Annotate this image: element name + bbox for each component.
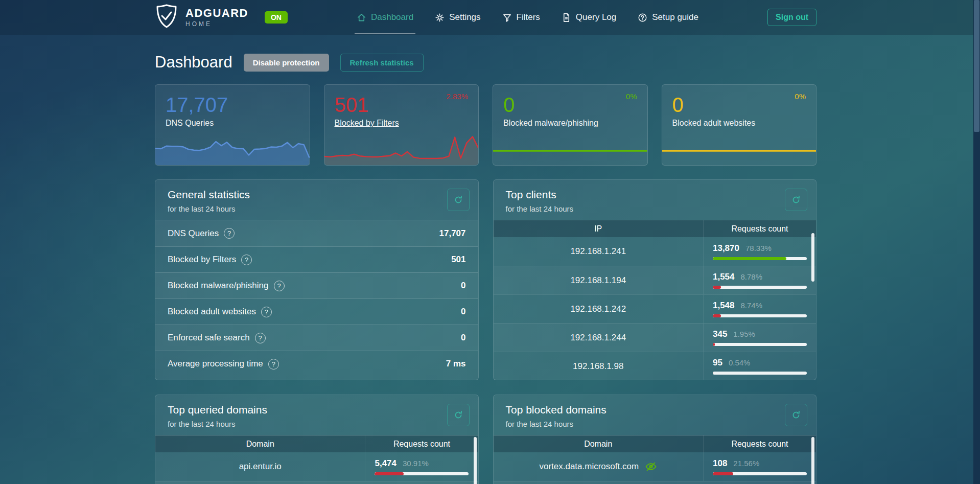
refresh-statistics-button[interactable]: Refresh statistics — [340, 54, 424, 72]
tracking-protection-eye-off-icon[interactable] — [645, 460, 657, 473]
table-row[interactable]: 192.168.1.2443451.95% — [494, 323, 816, 352]
top-blocked-domains-panel: Top blocked domains for the last 24 hour… — [493, 395, 817, 484]
progress-bar — [375, 472, 469, 475]
panel-title: Top blocked domains — [506, 404, 804, 416]
refresh-button[interactable] — [447, 404, 470, 426]
brand-name: ADGUARD — [185, 8, 248, 19]
nav-item-dashboard[interactable]: Dashboard — [357, 12, 413, 22]
home-icon — [357, 13, 366, 22]
column-header-requests[interactable]: Requests count — [703, 220, 816, 237]
page-title: Dashboard — [155, 53, 232, 72]
refresh-button[interactable] — [785, 189, 807, 211]
stat-cards: 17,707 DNS Queries 2.83% 501 Blocked by … — [155, 84, 816, 166]
table-row[interactable]: vortex.data.microsoft.com10821.56% — [494, 452, 816, 481]
column-header-ip[interactable]: IP — [494, 224, 703, 234]
progress-bar — [713, 314, 807, 317]
table-scrollbar[interactable] — [474, 437, 477, 484]
nav-item-filters[interactable]: Filters — [502, 12, 540, 22]
refresh-button[interactable] — [785, 404, 807, 426]
progress-bar — [713, 257, 807, 260]
nav-item-settings[interactable]: Settings — [435, 12, 480, 22]
stats-row-label: Average processing time — [168, 359, 263, 369]
refresh-icon — [453, 410, 463, 420]
nav-item-setup-guide[interactable]: Setup guide — [638, 12, 698, 22]
table-row[interactable]: api.entur.io5,47430.91% — [155, 452, 478, 481]
help-icon[interactable]: ? — [241, 255, 252, 265]
stats-row-value: 0 — [461, 307, 465, 317]
progress-bar-fill — [713, 472, 733, 475]
stats-row-value: 0 — [461, 333, 465, 343]
table-row[interactable] — [155, 481, 478, 484]
table-row[interactable]: 192.168.1.98950.54% — [494, 352, 816, 380]
nav-label: Setup guide — [652, 12, 698, 22]
table-row[interactable]: 192.168.1.1941,5548.78% — [494, 266, 816, 294]
card-dns-queries: 17,707 DNS Queries — [155, 84, 310, 166]
row-count: 13,870 — [713, 243, 739, 253]
blocked-malware-percent: 0% — [626, 92, 637, 101]
panel-subtitle: for the last 24 hours — [168, 420, 466, 428]
help-icon[interactable]: ? — [224, 228, 235, 239]
row-name: vortex.data.microsoft.com — [539, 462, 639, 472]
sign-out-button[interactable]: Sign out — [767, 9, 816, 26]
refresh-button[interactable] — [447, 189, 470, 211]
nav-label: Dashboard — [371, 12, 413, 22]
top-queried-domains-panel: Top queried domains for the last 24 hour… — [155, 395, 479, 484]
row-name: 192.168.1.98 — [573, 361, 623, 372]
stats-row-value: 17,707 — [439, 228, 466, 239]
shield-check-icon — [155, 4, 178, 31]
column-header-requests[interactable]: Requests count — [365, 435, 478, 452]
column-header-requests[interactable]: Requests count — [703, 435, 816, 452]
disable-protection-button[interactable]: Disable protection — [244, 54, 329, 72]
brand-subtitle: HOME — [185, 21, 248, 27]
question-circle-icon — [638, 13, 647, 22]
blocked-malware-sparkline — [493, 135, 647, 165]
row-count: 108 — [713, 458, 727, 469]
row-percent: 21.56% — [733, 459, 759, 468]
filter-icon — [502, 13, 512, 22]
column-header-domain[interactable]: Domain — [155, 440, 365, 449]
table-scrollbar[interactable] — [811, 233, 814, 282]
help-icon[interactable]: ? — [274, 281, 285, 291]
progress-bar-fill — [713, 343, 715, 346]
help-icon[interactable]: ? — [261, 307, 272, 317]
column-header-domain[interactable]: Domain — [494, 440, 703, 449]
card-blocked-by-filters: 2.83% 501 Blocked by Filters — [324, 84, 479, 166]
progress-bar-fill — [713, 286, 721, 289]
blocked-malware-value: 0 — [503, 93, 637, 117]
table-row[interactable]: 192.168.1.24113,87078.33% — [494, 237, 816, 266]
table-row[interactable] — [494, 481, 816, 484]
progress-bar-fill — [713, 257, 786, 260]
stats-row-value: 7 ms — [446, 359, 466, 369]
main-content: Dashboard Disable protection Refresh sta… — [155, 53, 816, 484]
page-scrollbar-thumb[interactable] — [974, 0, 979, 132]
stats-row: Average processing time?7 ms — [155, 351, 478, 377]
nav-label: Query Log — [576, 12, 616, 22]
page-scrollbar[interactable] — [973, 0, 980, 484]
panel-subtitle: for the last 24 hours — [506, 420, 804, 428]
gear-icon — [435, 13, 445, 22]
table-scrollbar[interactable] — [811, 437, 814, 484]
panel-title: Top clients — [506, 189, 804, 201]
row-count: 1,548 — [713, 301, 735, 311]
help-icon[interactable]: ? — [255, 333, 266, 343]
progress-bar — [713, 372, 807, 375]
row-name: api.entur.io — [239, 462, 282, 472]
stats-row-label: Blocked by Filters — [168, 255, 236, 265]
row-percent: 1.95% — [733, 330, 755, 338]
progress-bar — [713, 286, 807, 289]
row-percent: 0.54% — [729, 358, 751, 367]
main-nav: Dashboard Settings Filters — [288, 12, 767, 22]
row-count: 95 — [713, 358, 722, 368]
stats-row-label: Blocked adult websites — [168, 307, 256, 317]
panel-title: Top queried domains — [168, 404, 466, 416]
table-row[interactable]: 192.168.1.2421,5488.74% — [494, 294, 816, 323]
row-count: 5,474 — [375, 458, 396, 469]
stats-row: Blocked malware/phishing?0 — [155, 272, 478, 298]
stats-row: Enforced safe search?0 — [155, 325, 478, 351]
blocked-filters-link[interactable]: Blocked by Filters — [335, 119, 399, 128]
nav-item-query-log[interactable]: Query Log — [562, 12, 616, 22]
help-icon[interactable]: ? — [268, 359, 279, 370]
brand-logo[interactable]: ADGUARD HOME ON — [155, 4, 288, 31]
table-header: Domain Requests count — [494, 435, 816, 452]
stats-row: Blocked adult websites?0 — [155, 298, 478, 325]
